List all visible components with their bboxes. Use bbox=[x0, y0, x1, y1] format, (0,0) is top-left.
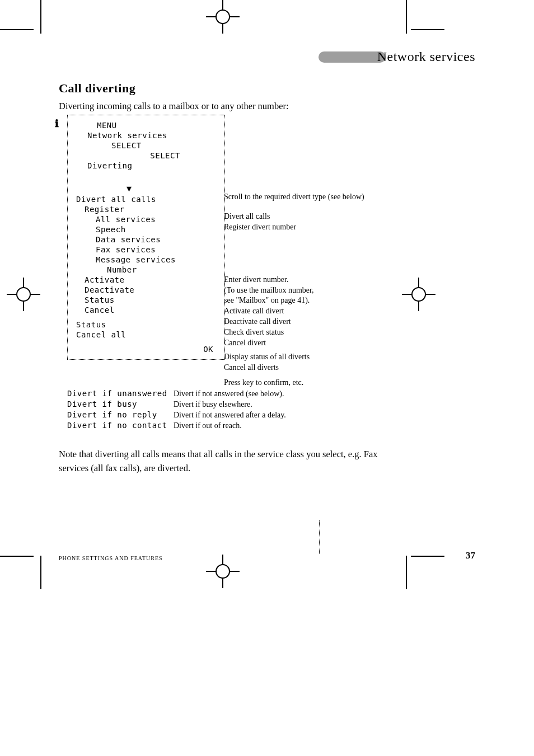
crop-mark bbox=[0, 29, 34, 30]
menu-path-network: Network services bbox=[73, 131, 219, 140]
crop-mark bbox=[40, 0, 41, 34]
crop-mark bbox=[406, 556, 407, 589]
desc-number3: see "Mailbox" on page 41). bbox=[224, 295, 381, 306]
menu-data: Data services bbox=[73, 235, 219, 244]
crop-mark bbox=[40, 556, 41, 589]
desc-col: Scroll to the required divert type (see … bbox=[224, 192, 381, 388]
divert-types-block: Divert if unanswered Divert if not answe… bbox=[67, 389, 381, 431]
registration-mark bbox=[402, 278, 435, 311]
type-nocontact-desc: Divert if out of reach. bbox=[174, 421, 242, 431]
menu-path-diverting: Diverting bbox=[73, 161, 219, 170]
menu-message: Message services bbox=[73, 255, 219, 264]
page-heading: Call diverting bbox=[59, 81, 135, 96]
crop-mark bbox=[411, 29, 444, 30]
desc-arrow: Scroll to the required divert type (see … bbox=[224, 192, 381, 203]
menu-cancel-all: Cancel all bbox=[73, 330, 219, 339]
crop-mark bbox=[406, 0, 407, 34]
desc-activate: Activate call divert bbox=[224, 306, 381, 317]
desc-ok: Press key to confirm, etc. bbox=[224, 378, 381, 388]
desc-status: Check divert status bbox=[224, 327, 381, 338]
desc-divert-all: Divert all calls bbox=[224, 212, 381, 222]
desc-cancel: Cancel divert bbox=[224, 338, 381, 349]
footer-section: PHONE SETTINGS AND FEATURES bbox=[59, 555, 163, 561]
type-nocontact: Divert if no contact bbox=[67, 421, 174, 431]
menu-ok: OK bbox=[73, 345, 219, 354]
registration-mark bbox=[206, 555, 240, 588]
type-unanswered-desc: Divert if not answered (see below). bbox=[174, 389, 284, 400]
crop-mark bbox=[0, 556, 34, 557]
crop-mark bbox=[411, 556, 444, 557]
dotted-separator bbox=[319, 520, 320, 554]
menu-number: Number bbox=[73, 265, 219, 274]
desc-deactivate: Deactivate call divert bbox=[224, 317, 381, 327]
page-number: 37 bbox=[466, 550, 475, 561]
menu-cancel: Cancel bbox=[73, 306, 219, 314]
note-paragraph: Note that diverting all calls means that… bbox=[59, 448, 383, 476]
info-icon: ℹ︎ bbox=[55, 118, 59, 130]
menu-title: MENU bbox=[73, 121, 219, 130]
menu-fax: Fax services bbox=[73, 245, 219, 254]
menu-select1: SELECT bbox=[73, 141, 219, 150]
menu-divert-all: Divert all calls bbox=[73, 195, 219, 204]
desc-cancel-all: Cancel all diverts bbox=[224, 363, 381, 373]
registration-mark bbox=[7, 278, 40, 311]
type-busy-desc: Divert if busy elsewhere. bbox=[174, 400, 252, 410]
desc-number2: (To use the mailbox number, bbox=[224, 285, 381, 296]
type-unanswered: Divert if unanswered bbox=[67, 389, 174, 400]
type-noreply: Divert if no reply bbox=[67, 410, 174, 421]
menu-status: Status bbox=[73, 295, 219, 304]
registration-mark bbox=[206, 0, 240, 34]
desc-status2: Display status of all diverts bbox=[224, 352, 381, 363]
type-busy: Divert if busy bbox=[67, 400, 174, 410]
type-noreply-desc: Divert if not answered after a delay. bbox=[174, 410, 286, 421]
section-tab bbox=[318, 51, 386, 63]
menu-speech: Speech bbox=[73, 225, 219, 234]
scroll-arrow-icon: ▼ bbox=[73, 184, 219, 194]
menu-select2: SELECT bbox=[123, 151, 180, 160]
menu-deactivate: Deactivate bbox=[73, 285, 219, 294]
menu-status2: Status bbox=[73, 320, 219, 329]
desc-number1: Enter divert number. bbox=[224, 275, 381, 285]
menu-box: MENU Network services SELECT Diverting S… bbox=[67, 115, 225, 360]
menu-activate: Activate bbox=[73, 275, 219, 284]
menu-all-services: All services bbox=[73, 215, 219, 224]
desc-register: Register divert number bbox=[224, 222, 381, 233]
menu-register: Register bbox=[73, 205, 219, 214]
intro-text: Diverting incoming calls to a mailbox or… bbox=[59, 100, 372, 114]
section-label: Network services bbox=[377, 49, 475, 64]
